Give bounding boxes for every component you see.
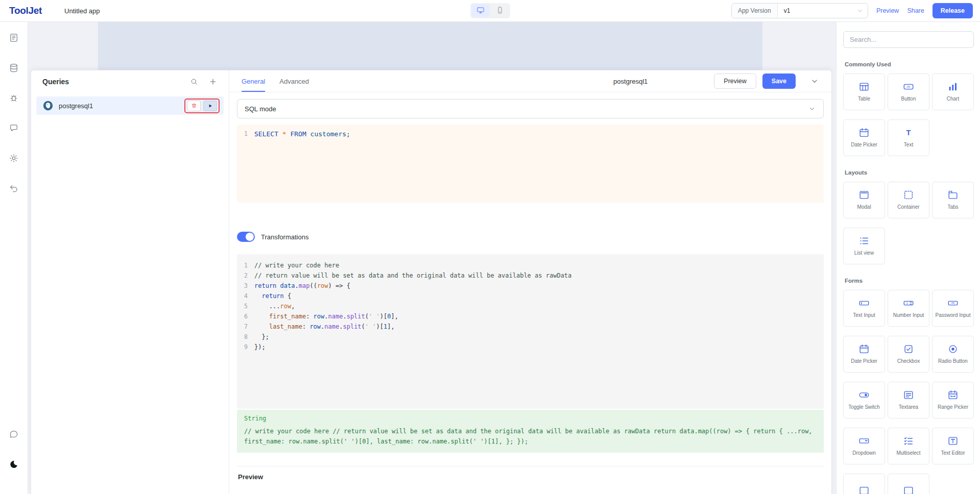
- canvas-surface[interactable]: [98, 22, 762, 70]
- dropdown-icon: [858, 435, 870, 447]
- tooljet-logo: ToolJet: [9, 5, 42, 16]
- query-save-button[interactable]: Save: [762, 73, 796, 89]
- widget-search-input[interactable]: [843, 31, 974, 48]
- transformations-toggle[interactable]: [237, 232, 255, 242]
- preview-link[interactable]: Preview: [876, 7, 899, 14]
- settings-icon[interactable]: [7, 151, 21, 165]
- widget-card-text-input[interactable]: Text Input: [843, 290, 885, 327]
- query-preview-button[interactable]: Preview: [714, 73, 756, 89]
- widget-card-checkbox[interactable]: Checkbox: [888, 336, 929, 373]
- widget-card-tabs[interactable]: Tabs: [932, 182, 974, 218]
- numberinput-icon: 1: [903, 298, 914, 309]
- line-number: 5: [237, 301, 254, 311]
- preview-section-header: Preview: [237, 466, 824, 487]
- topbar-right: App Version v1 Preview Share Release: [731, 3, 980, 18]
- code-line: 2// return value will be set as data and…: [237, 270, 824, 281]
- result-value: // write your code here // return value …: [244, 426, 817, 447]
- multiselect-icon: [903, 435, 914, 447]
- widget-card-partial[interactable]: [888, 474, 929, 494]
- query-item-label: postgresql1: [59, 102, 93, 110]
- widget-card-date-picker[interactable]: Date Picker: [843, 336, 885, 373]
- app-version-label: App Version: [732, 4, 778, 18]
- app-title[interactable]: Untitled app: [64, 7, 100, 15]
- container-icon: [903, 189, 914, 201]
- svg-text:OK: OK: [906, 85, 911, 88]
- widget-card-list-view[interactable]: List view: [843, 228, 885, 264]
- line-number: 4: [237, 291, 254, 301]
- queries-header: Queries: [31, 70, 229, 92]
- query-list-item[interactable]: postgresql1: [36, 96, 224, 115]
- release-button[interactable]: Release: [933, 3, 973, 18]
- widget-card-modal[interactable]: Modal: [843, 182, 885, 218]
- datepicker-icon: [858, 127, 870, 138]
- run-query-button[interactable]: [203, 101, 217, 111]
- queries-list-pane: Queries postgresql1: [31, 70, 229, 494]
- widget-card-partial[interactable]: [843, 474, 885, 494]
- code-line: 1SELECT * FROM customers;: [237, 129, 824, 139]
- widget-card-table[interactable]: Table: [843, 73, 885, 110]
- dark-mode-icon[interactable]: [7, 457, 21, 472]
- widget-card-number-input[interactable]: 1Number Input: [888, 290, 929, 327]
- tab-general[interactable]: General: [242, 70, 265, 92]
- widget-card-multiselect[interactable]: Multiselect: [888, 428, 929, 464]
- chevron-down-icon: [856, 7, 864, 14]
- datasources-icon[interactable]: [7, 61, 21, 75]
- toggle-knob: [246, 233, 254, 241]
- widget-card-radio-button[interactable]: Radio Button: [932, 336, 974, 373]
- widget-card-container[interactable]: Container: [888, 182, 929, 218]
- widget-card-text-editor[interactable]: Text Editor: [932, 428, 974, 464]
- widget-label: Number Input: [891, 312, 926, 319]
- pages-icon[interactable]: [7, 31, 21, 45]
- text-icon: T: [903, 127, 914, 138]
- widget-card-toggle-switch[interactable]: Toggle Switch: [843, 382, 885, 418]
- app-version-control[interactable]: App Version v1: [731, 3, 868, 18]
- widget-card-password-input[interactable]: **Password Input: [932, 290, 974, 327]
- widget-label: Checkbox: [895, 358, 922, 365]
- share-link[interactable]: Share: [907, 7, 924, 14]
- widgets-section-title: Commonly Used: [845, 61, 980, 67]
- widget-label: Dropdown: [850, 450, 878, 457]
- widget-card-text[interactable]: TText: [888, 119, 929, 156]
- widget-label: Date Picker: [849, 142, 879, 149]
- tab-advanced[interactable]: Advanced: [279, 70, 309, 92]
- code-line: 6 first_name: row.name.split(' ')[0],: [237, 311, 824, 322]
- widget-label: Text Input: [851, 312, 877, 319]
- mobile-view-button[interactable]: [491, 4, 509, 17]
- query-manager-panel: Queries postgresql1 General Advanced pos…: [31, 70, 832, 494]
- widget-label: Modal: [855, 204, 873, 211]
- query-editor-header: General Advanced postgresql1 Preview Sav…: [229, 70, 831, 92]
- query-editor-body: SQL mode 1SELECT * FROM customers; Trans…: [229, 92, 831, 494]
- widget-card-dropdown[interactable]: Dropdown: [843, 428, 885, 464]
- widget-label: Multiselect: [894, 450, 922, 457]
- widget-card-button[interactable]: OKButton: [888, 73, 929, 110]
- line-number: 8: [237, 332, 254, 342]
- layout-toggle: [470, 3, 510, 18]
- svg-text:1: 1: [906, 302, 908, 305]
- add-query-button[interactable]: [208, 77, 218, 86]
- comments-icon[interactable]: [7, 121, 21, 135]
- help-chat-icon[interactable]: [7, 427, 21, 441]
- left-sidebar: [0, 22, 28, 494]
- delete-query-button[interactable]: [187, 101, 201, 111]
- transformations-row: Transformations: [237, 232, 824, 242]
- widget-label: Tabs: [945, 204, 960, 211]
- debugger-icon[interactable]: [7, 91, 21, 105]
- code-line: 3return data.map((row) => {: [237, 281, 824, 291]
- widget-card-chart[interactable]: Chart: [932, 73, 974, 110]
- search-queries-icon[interactable]: [190, 78, 198, 86]
- undo-icon[interactable]: [7, 181, 21, 195]
- queries-panel-title: Queries: [42, 78, 69, 86]
- widget-card-range-picker[interactable]: Range Picker: [932, 382, 974, 418]
- sql-mode-select[interactable]: SQL mode: [237, 99, 824, 118]
- tabs-icon: [947, 189, 959, 201]
- widget-card-textarea[interactable]: Textarea: [888, 382, 929, 418]
- widget-card-date-picker[interactable]: Date Picker: [843, 119, 885, 156]
- collapse-panel-icon[interactable]: [810, 77, 819, 86]
- code-line: 1// write your code here: [237, 260, 824, 270]
- query-actions-highlight: [184, 98, 220, 113]
- svg-text:**: **: [951, 302, 955, 306]
- transformations-code-editor[interactable]: 1// write your code here2// return value…: [237, 254, 824, 409]
- desktop-view-button[interactable]: [471, 4, 490, 17]
- sql-code-editor[interactable]: 1SELECT * FROM customers;: [237, 125, 824, 203]
- query-name[interactable]: postgresql1: [613, 78, 648, 85]
